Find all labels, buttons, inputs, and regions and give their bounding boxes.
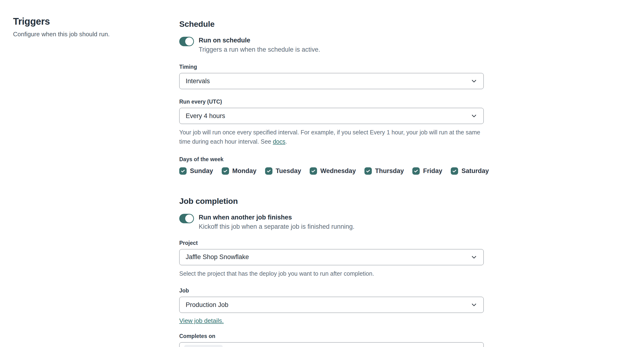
run-every-selected-value: Every 4 hours [186,112,471,120]
day-checkbox-tuesday[interactable]: Tuesday [265,167,301,175]
chevron-down-icon [471,254,477,261]
chevron-down-icon [471,302,477,308]
day-checkbox-wednesday[interactable]: Wednesday [310,167,356,175]
run-when-finishes-row: Run when another job finishes Kickoff th… [179,214,484,230]
project-selected-value: Jaffle Shop Snowflake [186,253,471,261]
triggers-form: Schedule Run on schedule Triggers a run … [179,0,484,347]
timing-field: Timing Intervals [179,64,484,89]
day-label: Sunday [190,167,213,175]
project-help-text: Select the project that has the deploy j… [179,269,484,278]
timing-select[interactable]: Intervals [179,73,484,89]
chevron-down-icon [471,78,477,84]
days-of-week-row: Sunday Monday Tuesday Wednesday Thursday [179,167,484,175]
run-every-help-text: Your job will run once every specified i… [179,128,484,146]
checkbox-checked-icon [412,167,420,175]
checkbox-checked-icon [364,167,372,175]
checkbox-checked-icon [222,167,229,175]
run-on-schedule-text: Run on schedule Triggers a run when the … [199,37,320,53]
day-label: Thursday [375,167,404,175]
run-when-finishes-toggle[interactable] [179,214,194,223]
job-label: Job [179,288,484,294]
docs-link[interactable]: docs [273,138,286,145]
run-when-finishes-description: Kickoff this job when a separate job is … [199,223,354,230]
days-of-week-field: Days of the week Sunday Monday Tuesday W… [179,156,484,175]
run-on-schedule-toggle[interactable] [179,37,194,46]
view-job-details-link[interactable]: View job details. [179,317,224,325]
day-label: Monday [232,167,256,175]
day-label: Friday [423,167,442,175]
timing-label: Timing [179,64,484,70]
run-every-field: Run every (UTC) Every 4 hours Your job w… [179,99,484,146]
days-of-week-label: Days of the week [179,156,484,163]
help-text-suffix: . [285,138,287,145]
run-every-label: Run every (UTC) [179,99,484,105]
selected-chips: Success [184,345,457,347]
schedule-section-heading: Schedule [179,19,484,29]
checkbox-checked-icon [265,167,272,175]
run-on-schedule-row: Run on schedule Triggers a run when the … [179,37,484,53]
job-selected-value: Production Job [186,301,471,309]
job-select[interactable]: Production Job [179,297,484,313]
page-description: Configure when this job should run. [13,30,165,38]
toggle-knob [185,37,193,45]
chip-success: Success [184,345,223,347]
run-on-schedule-description: Triggers a run when the schedule is acti… [199,46,320,53]
toggle-knob [185,215,193,223]
day-checkbox-monday[interactable]: Monday [222,167,256,175]
day-label: Saturday [462,167,489,175]
completes-on-label: Completes on [179,333,484,340]
run-every-select[interactable]: Every 4 hours [179,108,484,124]
page-title: Triggers [13,16,165,27]
completes-on-multiselect[interactable]: Success [179,342,484,347]
day-checkbox-sunday[interactable]: Sunday [179,167,213,175]
timing-selected-value: Intervals [186,77,471,85]
triggers-settings-page: Triggers Configure when this job should … [0,0,644,347]
completes-on-field: Completes on Success [179,333,484,347]
day-checkbox-friday[interactable]: Friday [412,167,442,175]
run-when-finishes-text: Run when another job finishes Kickoff th… [199,214,354,230]
chevron-down-icon [471,113,477,119]
day-checkbox-saturday[interactable]: Saturday [451,167,489,175]
run-when-finishes-label: Run when another job finishes [199,214,354,221]
checkbox-checked-icon [310,167,317,175]
checkbox-checked-icon [451,167,458,175]
project-field: Project Jaffle Shop Snowflake Select the… [179,240,484,278]
project-select[interactable]: Jaffle Shop Snowflake [179,249,484,265]
help-text-before: Your job will run once every specified i… [179,129,480,145]
project-label: Project [179,240,484,246]
job-field: Job Production Job View job details. [179,288,484,325]
section-intro-panel: Triggers Configure when this job should … [0,0,179,347]
run-on-schedule-label: Run on schedule [199,37,320,44]
job-completion-section-heading: Job completion [179,197,484,206]
day-checkbox-thursday[interactable]: Thursday [364,167,404,175]
day-label: Wednesday [320,167,356,175]
checkbox-checked-icon [179,167,186,175]
day-label: Tuesday [276,167,301,175]
